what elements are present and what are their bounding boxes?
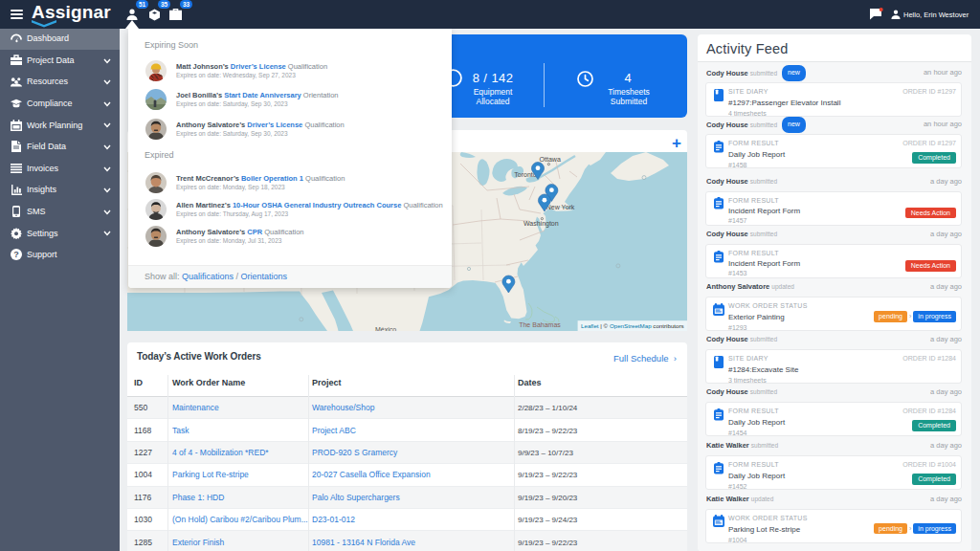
svg-text:New York: New York <box>546 204 575 210</box>
svg-text:Leaflet | © OpenStreetMap cont: Leaflet | © OpenStreetMap contributors <box>581 322 684 329</box>
svg-text:Ottawa: Ottawa <box>540 156 561 163</box>
svg-text:The Bahamas: The Bahamas <box>519 321 561 328</box>
svg-text:México: México <box>375 326 396 332</box>
svg-text:?: ? <box>13 250 19 259</box>
svg-text:Washington: Washington <box>523 220 559 228</box>
